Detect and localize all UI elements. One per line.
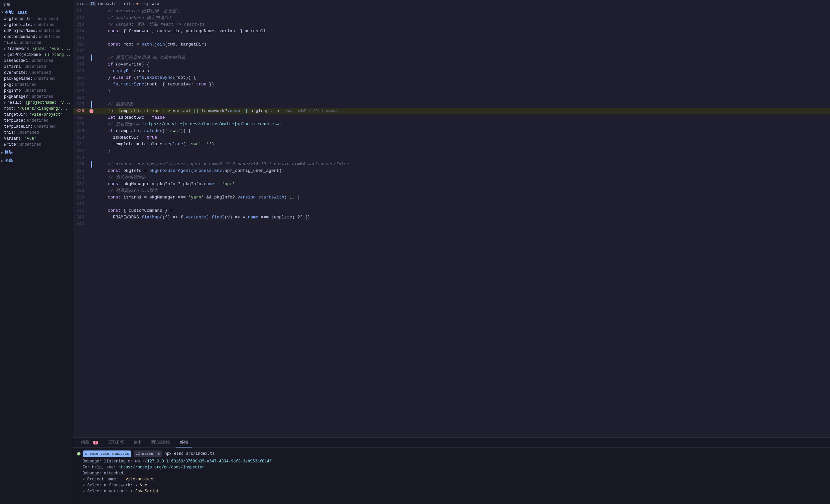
code-line-339: 339 const isYarn1 = pkgManager === 'yarn… [73,194,830,201]
breadcrumb-ts-badge: TS [90,2,96,6]
code-line-311: 311 // overwrite 已有目录，是否重写 [73,8,830,14]
terminal-prompt-line: create-vite-analysis ⎇ master ± npx esno… [77,450,826,457]
breadcrumb-template-icon: ⊕ [136,1,139,6]
code-line-322: 322 fs.mkdirSync(root, { recursive: true… [73,81,830,88]
sidebar-section-variables: 变量 [0,0,73,8]
terminal-output-line-2: For help, see: https://nodejs.org/en/doc… [77,464,826,470]
sidebar-item-framework[interactable]: ▶ framework: {name: 'vue',... [0,46,73,52]
sidebar-item-isReactSwc[interactable]: isReactSwc: undefined [0,58,73,64]
code-line-315: 315 [73,35,830,41]
code-line-324: 324 [73,94,830,101]
chevron-right-icon: ▶ [1,150,3,155]
breadcrumb-template: template [140,2,159,6]
code-line-321: 321 } else if (!fs.existsSync(root)) { [73,74,830,81]
sidebar-item-result[interactable]: ▶ result: {projectName: 'v... [0,100,73,106]
code-line-340: 340 [73,201,830,207]
code-line-316: 316 const root = path.join(cwd, targetDi… [73,41,830,48]
terminal-command: npx esno src/index.ts [164,451,215,457]
code-line-325: 325 // 确定模板 [73,101,830,108]
code-line-343: 343 [73,221,830,227]
sidebar-item-packageName[interactable]: packageName: undefined [0,76,73,82]
code-line-341: 341 const { customCommand } = [73,207,830,214]
code-line-335: 335 const pkgInfo = pkgFromUserAgent(pro… [73,168,830,174]
sidebar-item-files[interactable]: files: undefined [0,40,73,46]
terminal-output-line-5: ✓ Select a framework: › Vue [77,482,826,489]
code-line-332: 332 } [73,147,830,154]
sidebar-item-template[interactable]: template: undefined [0,118,73,124]
bottom-panel: 问题 9 GITLENS 输出 调试控制台 终端 create-vite-ana… [73,438,830,504]
sidebar-item-getProjectName[interactable]: ▶ getProjectName: ()=>targ... [0,52,73,58]
terminal-content[interactable]: create-vite-analysis ⎇ master ± npx esno… [73,448,830,504]
breadcrumb-sep2: › [118,2,120,6]
terminal-branch: ⎇ master ± [134,450,162,457]
tab-output[interactable]: 输出 [130,438,146,447]
tab-problems[interactable]: 问题 9 [77,438,102,447]
chevron-down-icon: ▼ [1,11,3,14]
tab-debug-console[interactable]: 调试控制台 [147,438,175,447]
code-line-337: 337 const pkgManager = pkgInfo ? pkgInfo… [73,181,830,188]
breadcrumb-init: init [122,2,131,6]
sidebar-group-modules-header[interactable]: ▶ 模块 [0,149,73,156]
sidebar-item-isYarn1[interactable]: isYarn1: undefined [0,64,73,70]
breadcrumb-sep3: › [132,2,135,6]
code-line-323: 323 } [73,88,830,94]
sidebar-item-cdProjectName[interactable]: cdProjectName: undefined [0,28,73,34]
code-line-329: 329 if (template.includes('-swc')) { [73,128,830,134]
breakpoint-indicator [90,109,93,113]
code-line-330: 330 isReactSwc = true [73,134,830,141]
tab-terminal[interactable]: 终端 [176,438,192,447]
code-area: 311 // overwrite 已有目录，是否重写 312 // packag… [73,8,830,227]
chevron-right-icon: ▶ [4,47,6,51]
sidebar-item-pkg[interactable]: pkg: undefined [0,82,73,88]
terminal-output-line-1: Debugger listening on ws://127.0.0.1:601… [77,459,826,464]
code-line-314: 314 const { framework, overwrite, packag… [73,28,830,35]
code-line-328: 328 // 是否包含swc https://cn.vitejs.dev/plu… [73,121,830,128]
code-line-333: 333 [73,154,830,161]
chevron-right-icon: ▶ [4,101,6,105]
code-line-327: 327 let isReactSwc = false [73,114,830,121]
sidebar-item-write[interactable]: write: undefined [0,142,73,147]
sidebar-item-pkgInfo[interactable]: pkgInfo: undefined [0,88,73,94]
breadcrumb-sep1: › [86,2,88,6]
sidebar-group-local: ▼ 本地: init argTargetDir: undefined argTe… [0,8,73,148]
code-line-326: 326 let template: string = ⊳ variant || … [73,108,830,114]
chevron-right-icon: ▶ [1,159,3,163]
sidebar-group-modules: ▶ 模块 [0,148,73,157]
panel-tabs: 问题 9 GITLENS 输出 调试控制台 终端 [73,438,830,448]
code-line-342: 342 FRAMEWORKS.flatMap((f) => f.variants… [73,214,830,221]
sidebar-item-pkgManager[interactable]: pkgManager: undefined [0,94,73,100]
main-content: src › TS index.ts › init › ⊕ template 31… [73,0,830,504]
breadcrumb-src: src [77,2,85,6]
sidebar-group-globals: ▶ 全局 [0,157,73,165]
sidebar: 变量 ▼ 本地: init argTargetDir: undefined ar… [0,0,73,504]
sidebar-item-this[interactable]: this: undefined [0,130,73,136]
sidebar-item-argTemplate[interactable]: argTemplate: undefined [0,22,73,28]
code-line-320: 320 emptyDir(root) [73,68,830,74]
sidebar-item-variant[interactable]: variant: 'vue' [0,136,73,142]
breadcrumb-index: index.ts [97,2,117,6]
chevron-right-icon: ▶ [4,53,6,57]
terminal-status-dot [77,452,81,456]
sidebar-item-root[interactable]: root: '/Users/xiangwang/... [0,106,73,112]
sidebar-group-local-header[interactable]: ▼ 本地: init [0,9,73,16]
sidebar-item-customCommand[interactable]: customCommand: undefined [0,34,73,40]
sidebar-group-globals-header[interactable]: ▶ 全局 [0,157,73,164]
sidebar-item-templateDir[interactable]: templateDir: undefined [0,124,73,130]
tab-gitlens[interactable]: GITLENS [103,438,128,447]
problems-badge: 9 [93,441,98,444]
sidebar-item-overwrite[interactable]: overwrite: undefined [0,70,73,76]
code-line-313: 313 // variant 变体，比如 react => react-ts [73,21,830,28]
terminal-output-line-3: Debugger attached. [77,470,826,476]
code-line-331: 331 template = template.replace('-swc', … [73,141,830,147]
code-line-334: 334 // process.env.npm_config_user_agent… [73,161,830,168]
code-line-338: 338 // 是否是yarn 1.x版本 [73,188,830,194]
code-line-317: 317 [73,48,830,55]
terminal-directory: create-vite-analysis [83,450,131,457]
breadcrumb: src › TS index.ts › init › ⊕ template [73,0,830,8]
sidebar-item-argTargetDir[interactable]: argTargetDir: undefined [0,16,73,22]
terminal-output-line-6: ✓ Select a variant: › JavaScript [77,489,826,494]
code-editor[interactable]: 311 // overwrite 已有目录，是否重写 312 // packag… [73,8,830,438]
sidebar-item-targetDir[interactable]: targetDir: 'vite-project' [0,112,73,118]
code-line-336: 336 // 当前的包管理器 [73,174,830,181]
terminal-output-line-4: ✓ Project name: … vite-project [77,476,826,482]
